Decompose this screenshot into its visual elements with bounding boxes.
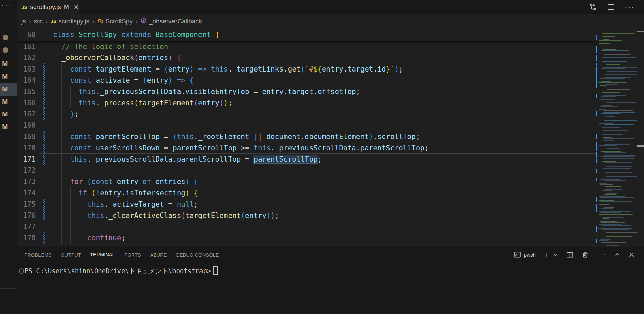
line-number[interactable]: 173	[17, 176, 36, 188]
breadcrumb-item-js[interactable]: js	[21, 18, 26, 25]
code-line[interactable]: 173 for (const entry of entries) {	[17, 176, 596, 188]
terminal-dropdown-chevron-icon[interactable]	[553, 252, 558, 257]
line-number[interactable]: 161	[17, 41, 36, 52]
line-number[interactable]: 168	[17, 120, 36, 131]
code-line[interactable]: 174 if (!entry.isIntersecting) {	[17, 187, 596, 199]
modified-file-row[interactable]: M	[0, 108, 17, 121]
line-number[interactable]: 163	[17, 63, 36, 75]
code-text: this._activeTarget = null;	[53, 199, 198, 210]
panel-tab-terminal[interactable]: TERMINAL	[90, 248, 115, 261]
breadcrumb-separator: ›	[29, 18, 31, 25]
split-editor-icon[interactable]	[607, 3, 615, 11]
git-change-marker[interactable]	[43, 97, 45, 109]
kill-terminal-trash-icon[interactable]	[582, 251, 589, 258]
minimap-line	[603, 140, 614, 141]
panel-more-actions-icon[interactable]: ···	[597, 250, 606, 259]
sticky-scroll-line[interactable]: 60class ScrollSpy extends BaseComponent …	[17, 29, 596, 41]
minimap-line	[604, 110, 633, 111]
breadcrumb-item-method[interactable]: _observerCallback	[141, 18, 202, 25]
git-change-marker[interactable]	[43, 232, 45, 244]
code-line[interactable]: 169 const parentScrollTop = (this._rootE…	[17, 131, 596, 142]
minimap-line	[599, 99, 615, 100]
code-line[interactable]: 171 this._previousScrollData.parentScrol…	[17, 153, 596, 165]
open-changes-icon[interactable]	[589, 3, 597, 11]
terminal-shell-item[interactable]: pwsh	[514, 251, 536, 258]
line-number[interactable]: 169	[17, 131, 36, 142]
modified-file-row[interactable]	[0, 44, 17, 56]
modified-file-row[interactable]: M	[0, 58, 17, 70]
close-panel-icon[interactable]	[628, 252, 635, 258]
line-number[interactable]: 171	[17, 153, 36, 165]
more-actions-icon[interactable]: ···	[625, 3, 635, 12]
split-terminal-icon[interactable]	[566, 251, 573, 258]
code-token	[138, 178, 143, 186]
code-line[interactable]: 163 const targetElement = (entry) => thi…	[17, 63, 596, 75]
modified-file-row[interactable]: M	[0, 121, 17, 134]
breadcrumb-item-class[interactable]: ScrollSpy	[98, 18, 133, 25]
code-token	[190, 189, 194, 197]
line-number[interactable]: 170	[17, 142, 36, 154]
overview-ruler[interactable]	[637, 29, 644, 247]
git-change-marker[interactable]	[43, 108, 45, 120]
modified-file-row[interactable]	[0, 31, 17, 44]
code-text: const targetElement = (entry) => this._t…	[53, 63, 403, 75]
line-number[interactable]: 165	[17, 86, 36, 97]
git-change-marker[interactable]	[43, 86, 45, 97]
minimap[interactable]	[596, 29, 637, 247]
git-change-marker[interactable]	[43, 153, 45, 165]
tab-close-icon[interactable]: ✕	[74, 3, 79, 11]
git-change-marker[interactable]	[43, 210, 45, 221]
terminal-content[interactable]: PS C:\Users\shinn\OneDrive\ドキュメント\bootst…	[17, 266, 624, 276]
breadcrumb-item-file[interactable]: JS scrollspy.js	[51, 18, 89, 25]
minimap-line	[606, 150, 633, 150]
line-number[interactable]: 178	[17, 232, 36, 244]
line-number[interactable]: 164	[17, 75, 36, 86]
git-change-marker[interactable]	[43, 199, 45, 210]
line-number[interactable]: 175	[17, 199, 36, 210]
git-change-marker[interactable]	[43, 142, 45, 154]
code-line[interactable]: 165 this._previousScrollData.visibleEntr…	[17, 86, 596, 97]
line-number[interactable]: 174	[17, 187, 36, 199]
code-line[interactable]: 172	[17, 165, 596, 176]
code-line[interactable]: 166 this._process(targetElement(entry));	[17, 97, 596, 109]
command-decoration-icon[interactable]	[19, 268, 24, 274]
panel-tab-problems[interactable]: PROBLEMS	[24, 248, 52, 261]
git-change-marker[interactable]	[43, 131, 45, 142]
panel-tab-debug-console[interactable]: DEBUG CONSOLE	[176, 248, 219, 261]
code-line[interactable]: 162 _observerCallback(entries) {	[17, 52, 596, 63]
code-line[interactable]: 168	[17, 120, 596, 131]
tab-scrollspy[interactable]: JS scrollspy.js M ✕	[17, 0, 79, 14]
code-token: (	[91, 189, 96, 197]
panel-tab-output[interactable]: OUTPUT	[61, 248, 81, 261]
line-number[interactable]: 167	[17, 108, 36, 120]
code-line[interactable]: 164 const activate = (entry) => {	[17, 75, 596, 86]
line-number[interactable]: 177	[17, 221, 36, 232]
modified-file-row[interactable]: M	[0, 96, 17, 108]
line-number[interactable]: 162	[17, 52, 36, 63]
panel-tab-ports[interactable]: PORTS	[124, 248, 141, 261]
code-line[interactable]: 167 };	[17, 108, 596, 120]
code-line[interactable]: 161 // The logic of selection	[17, 41, 596, 52]
code-editor[interactable]: 161 // The logic of selection162 _observ…	[17, 28, 644, 247]
breadcrumb-item-src[interactable]: src	[34, 18, 43, 25]
minimap-line	[599, 240, 609, 241]
code-line[interactable]: 178 continue;	[17, 232, 596, 244]
code-line[interactable]: 176 this._clearActiveClass(targetElement…	[17, 210, 596, 221]
line-number[interactable]: 176	[17, 210, 36, 221]
minimap-line	[599, 214, 633, 215]
line-number[interactable]: 172	[17, 165, 36, 176]
modified-file-row[interactable]: M	[0, 70, 17, 83]
code-token: ;	[356, 88, 360, 96]
overflow-menu-icon[interactable]: ···	[1, 1, 12, 10]
git-change-marker[interactable]	[43, 75, 45, 86]
new-terminal-icon[interactable]: +	[544, 250, 549, 260]
code-token: (	[172, 133, 177, 141]
git-change-marker[interactable]	[43, 63, 45, 75]
maximize-panel-chevron-icon[interactable]	[614, 252, 620, 258]
modified-file-row[interactable]: M	[0, 83, 17, 96]
line-number[interactable]: 166	[17, 97, 36, 109]
code-line[interactable]: 177	[17, 221, 596, 232]
panel-tab-azure[interactable]: AZURE	[150, 248, 167, 261]
code-line[interactable]: 170 const userScrollsDown = parentScroll…	[17, 142, 596, 154]
code-line[interactable]: 175 this._activeTarget = null;	[17, 199, 596, 210]
